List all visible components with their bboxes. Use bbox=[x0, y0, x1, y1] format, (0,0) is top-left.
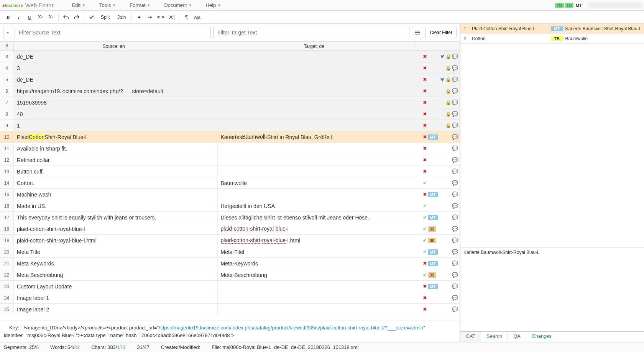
target-cell[interactable] bbox=[218, 154, 422, 165]
filter-target-input[interactable] bbox=[213, 27, 409, 38]
segment-row[interactable]: 3de_DE✖⮟🔒💬 bbox=[0, 51, 460, 62]
comment-icon[interactable]: 💬 bbox=[452, 226, 458, 232]
source-cell[interactable]: 3 bbox=[14, 62, 218, 74]
menu-format[interactable]: Format▼ bbox=[123, 2, 157, 8]
source-cell[interactable]: This everyday shirt is equally stylish w… bbox=[14, 212, 218, 223]
italic-button[interactable]: I bbox=[14, 12, 24, 22]
subscript-button[interactable]: X2 bbox=[35, 12, 45, 22]
target-cell[interactable] bbox=[218, 108, 422, 120]
comment-icon[interactable]: 💬 bbox=[452, 146, 458, 151]
superscript-button[interactable]: X2 bbox=[46, 12, 56, 22]
underline-button[interactable]: U bbox=[25, 12, 34, 22]
status-unconfirmed-icon[interactable]: ✖ bbox=[423, 169, 427, 174]
grid-body[interactable]: 3de_DE✖⮟🔒💬43✖🔒💬5de_DE✖⮟🔒💬6https://magent… bbox=[0, 51, 460, 321]
source-cell[interactable]: Made in US. bbox=[14, 200, 218, 211]
record-icon[interactable]: ● bbox=[134, 12, 144, 22]
filter-source-input[interactable] bbox=[15, 27, 211, 38]
segment-row[interactable]: 22Meta BeschreibungMeta-Beschreibung✔99💬 bbox=[0, 269, 460, 281]
source-cell[interactable]: 40 bbox=[14, 108, 218, 120]
source-cell[interactable]: Meta Title bbox=[14, 246, 218, 257]
comment-icon[interactable]: 💬 bbox=[452, 65, 458, 71]
segment-row[interactable]: 13Button cuff.✖💬 bbox=[0, 166, 460, 177]
segment-row[interactable]: 21Meta KeywordsMeta-Keywords✖MT💬 bbox=[0, 258, 460, 269]
comment-icon[interactable]: 💬 bbox=[452, 123, 458, 128]
segment-row[interactable]: 14Cotton.Baumwolle✔💬 bbox=[0, 177, 460, 189]
status-unconfirmed-icon[interactable]: ✖ bbox=[423, 88, 427, 94]
source-cell[interactable]: plaid-cotton-shirt-royal-blue-l.html bbox=[14, 235, 218, 246]
case-button[interactable]: A|a bbox=[192, 12, 202, 22]
cat-result-row[interactable]: 2CottonTBBaumwolle bbox=[460, 34, 644, 44]
status-unconfirmed-icon[interactable]: ✖ bbox=[423, 54, 427, 59]
target-cell[interactable] bbox=[218, 189, 422, 200]
menu-edit[interactable]: Edit▼ bbox=[65, 2, 92, 8]
source-cell[interactable]: Meta Beschreibung bbox=[14, 269, 218, 280]
target-cell[interactable] bbox=[218, 51, 422, 62]
segment-row[interactable]: 11Available in Sharp fit.✖💬 bbox=[0, 143, 460, 154]
segment-row[interactable]: 12Refined collar.✖💬 bbox=[0, 154, 460, 166]
join-button[interactable]: Join bbox=[114, 12, 129, 22]
comment-icon[interactable]: 💬 bbox=[452, 88, 458, 94]
segment-row[interactable]: 10Plaid Cotton Shirt-Royal Blue-LKariert… bbox=[0, 131, 460, 143]
status-confirmed-icon[interactable]: ✔ bbox=[423, 272, 427, 278]
target-cell[interactable]: Dieses alltägliche Shirt ist ebenso stil… bbox=[218, 212, 422, 223]
filter-menu-button[interactable]: ▾ bbox=[3, 27, 12, 38]
segment-row[interactable]: 24Image label 1✖💬 bbox=[0, 292, 460, 304]
source-cell[interactable]: 1 bbox=[14, 120, 218, 131]
segment-row[interactable]: 19plaid-cotton-shirt-royal-blue-l.htmlpl… bbox=[0, 235, 460, 246]
comment-icon[interactable]: 💬 bbox=[452, 169, 458, 174]
status-unconfirmed-icon[interactable]: ✖ bbox=[423, 100, 427, 105]
target-cell[interactable] bbox=[218, 143, 422, 154]
segment-row[interactable]: 91✖🔒💬 bbox=[0, 120, 460, 131]
status-unconfirmed-icon[interactable]: ✖ bbox=[423, 260, 427, 266]
status-unconfirmed-icon[interactable]: ✖ bbox=[423, 295, 427, 301]
status-unconfirmed-icon[interactable]: ✖ bbox=[423, 111, 427, 117]
menu-document[interactable]: Document▼ bbox=[157, 2, 199, 8]
target-cell[interactable]: plaid-cotton-shirt-royal-blue-l bbox=[218, 223, 422, 234]
source-cell[interactable]: Machine wash. bbox=[14, 189, 218, 200]
target-cell[interactable] bbox=[218, 85, 422, 97]
source-cell[interactable]: Image label 1 bbox=[14, 292, 218, 303]
source-cell[interactable]: 1519639998 bbox=[14, 97, 218, 108]
target-cell[interactable] bbox=[218, 281, 422, 292]
split-button[interactable]: Split bbox=[97, 12, 113, 22]
source-cell[interactable]: plaid-cotton-shirt-royal-blue-l bbox=[14, 223, 218, 234]
source-cell[interactable]: de_DE bbox=[14, 74, 218, 85]
segment-row[interactable]: 23Custom Layout Update✖MT💬 bbox=[0, 281, 460, 292]
segment-row[interactable]: 43✖🔒💬 bbox=[0, 62, 460, 74]
comment-icon[interactable]: 💬 bbox=[452, 192, 458, 197]
segment-row[interactable]: 17This everyday shirt is equally stylish… bbox=[0, 212, 460, 223]
source-cell[interactable]: de_DE bbox=[14, 51, 218, 62]
segment-row[interactable]: 18plaid-cotton-shirt-royal-blue-lplaid-c… bbox=[0, 223, 460, 235]
target-cell[interactable] bbox=[218, 97, 422, 108]
comment-icon[interactable]: 💬 bbox=[452, 180, 458, 186]
col-source[interactable]: Source: en bbox=[14, 42, 214, 51]
comment-icon[interactable]: 💬 bbox=[452, 54, 458, 59]
comment-icon[interactable]: 💬 bbox=[452, 134, 458, 140]
status-unconfirmed-icon[interactable]: ✖ bbox=[423, 306, 427, 312]
segment-row[interactable]: 15Machine wash.✖MT💬 bbox=[0, 189, 460, 200]
target-cell[interactable]: Meta-Keywords bbox=[218, 258, 422, 269]
target-cell[interactable] bbox=[218, 292, 422, 303]
status-unconfirmed-icon[interactable]: ✖ bbox=[423, 123, 427, 128]
bold-button[interactable]: B bbox=[3, 12, 13, 22]
comment-icon[interactable]: 💬 bbox=[452, 249, 458, 255]
arrow-right-icon[interactable]: ➔ bbox=[145, 12, 155, 22]
comment-icon[interactable]: 💬 bbox=[452, 306, 458, 312]
comment-icon[interactable]: 💬 bbox=[452, 100, 458, 105]
source-cell[interactable]: Refined collar. bbox=[14, 154, 218, 165]
comment-icon[interactable]: 💬 bbox=[452, 295, 458, 301]
status-unconfirmed-icon[interactable]: ✖ bbox=[423, 192, 427, 197]
target-cell[interactable] bbox=[218, 62, 422, 74]
tab-search[interactable]: Search bbox=[481, 332, 508, 342]
status-confirmed-icon[interactable]: ✔ bbox=[423, 203, 427, 209]
cat-result-row[interactable]: 1Plaid Cotton Shirt-Royal Blue-LMTKarier… bbox=[460, 24, 644, 34]
comment-icon[interactable]: 💬 bbox=[452, 272, 458, 278]
source-cell[interactable]: Button cuff. bbox=[14, 166, 218, 177]
status-unconfirmed-icon[interactable]: ✖ bbox=[423, 134, 427, 140]
target-cell[interactable] bbox=[218, 304, 422, 315]
comment-icon[interactable]: 💬 bbox=[452, 214, 458, 220]
status-confirmed-icon[interactable]: ✔ bbox=[423, 249, 427, 255]
redo-button[interactable] bbox=[72, 12, 82, 22]
comment-icon[interactable]: 💬 bbox=[452, 157, 458, 163]
status-confirmed-icon[interactable]: ✔ bbox=[423, 226, 427, 232]
